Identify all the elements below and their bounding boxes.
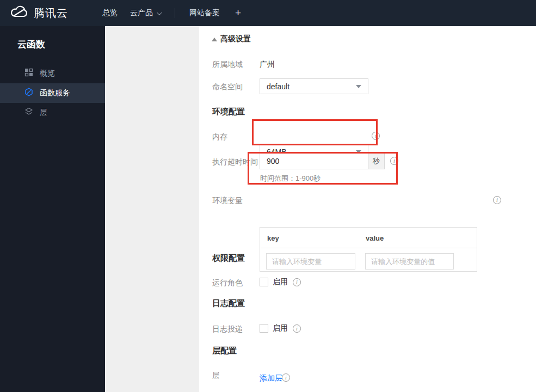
env-key-input[interactable] (266, 253, 355, 270)
main-content: 高级设置 所属地域 广州 命名空间 default 环境配置 内存 64MB i… (199, 26, 536, 392)
run-role-enable-label: 启用 (273, 277, 288, 287)
memory-info-icon[interactable]: i (372, 132, 380, 140)
timeout-input-group: 秒 (260, 153, 385, 169)
env-vars-label: 环境变量 (212, 196, 243, 206)
nav-icp-filing[interactable]: 网站备案 (189, 8, 220, 18)
memory-annotation-red-box (252, 119, 378, 145)
log-delivery-enable-label: 启用 (273, 323, 288, 333)
advanced-settings-toggle[interactable]: 高级设置 (212, 34, 251, 44)
env-vars-table: key value (260, 227, 477, 272)
timeout-unit-suffix: 秒 (368, 153, 385, 169)
chevron-down-icon (157, 10, 162, 15)
log-delivery-label: 日志投递 (212, 324, 243, 334)
permission-config-heading: 权限配置 (212, 253, 245, 264)
sidebar-item-label: 函数服务 (40, 88, 70, 98)
run-role-checkbox[interactable] (260, 278, 268, 286)
log-config-heading: 日志配置 (212, 298, 245, 309)
layer-info-icon[interactable]: i (282, 373, 290, 382)
layer-config-heading: 层配置 (212, 346, 237, 356)
log-delivery-checkbox[interactable] (260, 324, 268, 333)
memory-label: 内存 (212, 132, 227, 142)
namespace-select[interactable]: default (260, 78, 368, 94)
timeout-input[interactable] (260, 153, 368, 169)
topbar: 腾讯云 总览 云产品 网站备案 + (0, 0, 536, 26)
sidebar-item-label: 层 (40, 108, 47, 118)
sidebar-item-overview[interactable]: 概览 (0, 64, 105, 83)
region-label: 所属地域 (212, 60, 243, 70)
log-delivery-info-icon[interactable]: i (293, 324, 301, 333)
nav-divider (175, 8, 175, 18)
env-value-input[interactable] (365, 253, 454, 270)
sidebar: 云函数 概览 函数服务 (0, 26, 105, 392)
log-delivery-row: 启用 i (260, 323, 301, 333)
collapse-arrow-icon (212, 38, 217, 41)
scf-hexagon-icon (24, 88, 33, 99)
top-navigation: 总览 云产品 网站备案 + (90, 7, 241, 19)
env-value-header: value (366, 234, 384, 242)
advanced-settings-label: 高级设置 (220, 34, 251, 44)
brand-name: 腾讯云 (34, 6, 68, 21)
env-key-header: key (267, 234, 279, 242)
layer-label: 层 (212, 371, 220, 381)
cloud-slash-logo-icon (10, 5, 28, 21)
region-value: 广州 (260, 60, 275, 70)
environment-config-heading: 环境配置 (212, 107, 245, 117)
run-role-label: 运行角色 (212, 278, 243, 288)
env-vars-info-icon[interactable]: i (493, 196, 501, 204)
sidebar-title: 云函数 (0, 26, 105, 51)
sidebar-item-label: 概览 (40, 69, 55, 78)
overview-grid-icon (24, 68, 33, 79)
nav-overview[interactable]: 总览 (102, 8, 118, 18)
tencent-cloud-logo[interactable]: 腾讯云 (10, 5, 68, 21)
namespace-selected-value: default (267, 82, 289, 91)
sidebar-menu: 概览 函数服务 层 (0, 64, 105, 122)
layers-icon (24, 107, 33, 118)
run-role-row: 启用 i (260, 277, 301, 287)
secondary-panel (105, 26, 199, 392)
add-layer-link[interactable]: 添加层 (260, 373, 282, 383)
timeout-label: 执行超时时间 (212, 157, 258, 167)
timeout-range-hint: 时间范围：1-900秒 (260, 174, 321, 183)
run-role-info-icon[interactable]: i (293, 278, 301, 286)
timeout-info-icon[interactable]: i (390, 157, 398, 165)
sidebar-item-layers[interactable]: 层 (0, 103, 105, 122)
dropdown-arrow-icon (356, 85, 361, 88)
nav-cloud-products[interactable]: 云产品 (130, 8, 161, 18)
namespace-label: 命名空间 (212, 82, 243, 92)
add-tab-button[interactable]: + (235, 7, 241, 19)
sidebar-item-function-service[interactable]: 函数服务 (0, 83, 105, 103)
env-vars-table-header: key value (260, 228, 477, 248)
